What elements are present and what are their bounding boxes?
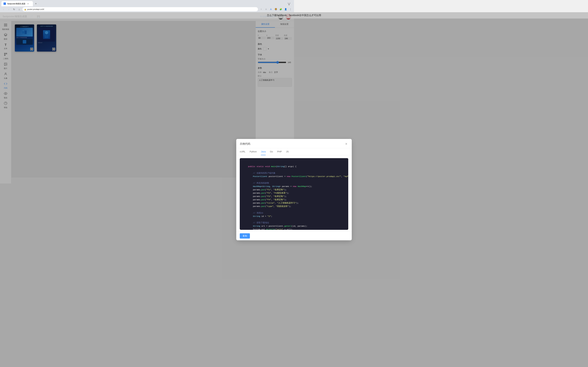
toolbar-actions: ↑ ☆ A 🦁 🧩 👤 ⋮ [259, 7, 293, 11]
browser-chrome: fastposter海报生成器 ✕ + ⋁ ‹ › ↻ ⌂ 🔒 poster.p… [0, 0, 294, 12]
translate-icon[interactable]: A [269, 7, 273, 11]
tab-close-icon[interactable]: ✕ [27, 2, 29, 5]
modal-title: 示例代码 [240, 142, 250, 146]
modal-tab-java[interactable]: Java [261, 148, 266, 155]
search-text: 怎么下载facebook、facebook在中国怎么才可以用 [267, 14, 294, 17]
profile-icon[interactable]: 👤 [284, 7, 288, 11]
menu-icon[interactable]: ⋮ [288, 7, 293, 11]
bookmark-icon[interactable]: ☆ [264, 7, 268, 11]
brave-icon[interactable]: 🦁 [274, 7, 278, 11]
url-text: poster.prodapi.cn/#/ [27, 8, 44, 10]
code-block: public static void main(String[] args) {… [240, 158, 294, 184]
favicon [3, 2, 6, 5]
new-tab-button[interactable]: + [34, 1, 38, 6]
address-bar[interactable]: 🔒 poster.prodapi.cn/#/ [22, 7, 258, 11]
back-button[interactable]: ‹ [1, 7, 6, 11]
share-icon[interactable]: ↑ [259, 7, 263, 11]
tab-title: fastposter海报生成器 [7, 2, 25, 5]
modal-overlay[interactable]: 示例代码 ✕ cURL Python Java Go PHP JS [0, 12, 294, 184]
search-notification-overlay: 怎么下载facebook、facebook在中国怎么才可以用 [0, 12, 294, 18]
browser-tabs-bar: fastposter海报生成器 ✕ + ⋁ [0, 0, 294, 6]
browser-tab-active[interactable]: fastposter海报生成器 ✕ [1, 1, 33, 6]
extensions-icon[interactable]: 🧩 [279, 7, 283, 11]
modal-tab-js[interactable]: JS [286, 148, 289, 155]
modal-tabs-bar: cURL Python Java Go PHP JS [236, 148, 294, 155]
forward-button[interactable]: › [7, 7, 11, 11]
modal-tab-php[interactable]: PHP [277, 148, 282, 155]
modal-tab-python[interactable]: Python [250, 148, 257, 155]
home-button[interactable]: ⌂ [17, 7, 21, 11]
lock-icon: 🔒 [24, 8, 26, 10]
modal-tab-curl[interactable]: cURL [240, 148, 245, 155]
modal-header: 示例代码 ✕ [236, 139, 294, 148]
code-modal: 示例代码 ✕ cURL Python Java Go PHP JS [236, 139, 294, 184]
browser-toolbar: ‹ › ↻ ⌂ 🔒 poster.prodapi.cn/#/ ↑ ☆ A 🦁 🧩… [0, 6, 294, 12]
tabs-menu-icon[interactable]: ⋁ [287, 1, 291, 6]
modal-tab-go[interactable]: Go [270, 148, 273, 155]
reload-button[interactable]: ↻ [12, 7, 16, 11]
modal-body: public static void main(String[] args) {… [236, 155, 294, 184]
